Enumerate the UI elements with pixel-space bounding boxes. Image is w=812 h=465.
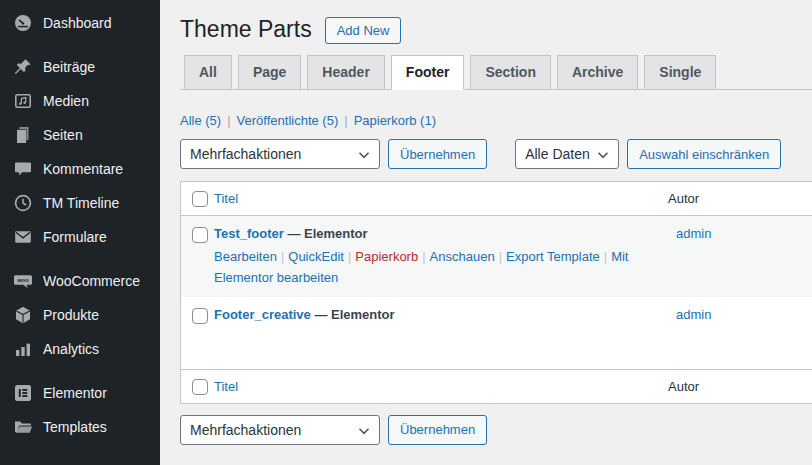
select-all-checkbox[interactable] bbox=[192, 379, 208, 395]
date-filter-select[interactable]: Alle Daten bbox=[515, 139, 619, 169]
filter-link-ver-ffentlichte[interactable]: Veröffentlichte (5) bbox=[237, 113, 339, 128]
sort-title-link[interactable]: Titel bbox=[214, 379, 238, 394]
sidebar-item-label: Seiten bbox=[43, 125, 83, 145]
sidebar-menu: DashboardBeiträgeMedienSeitenKommentareT… bbox=[0, 6, 160, 444]
tab-page[interactable]: Page bbox=[238, 55, 301, 90]
sidebar-item-elementor[interactable]: Elementor bbox=[0, 376, 160, 410]
row-actions: Bearbeiten|QuickEdit|Papierkorb|Anschaue… bbox=[214, 246, 660, 289]
tab-section[interactable]: Section bbox=[470, 55, 551, 90]
admin-sidebar: DashboardBeiträgeMedienSeitenKommentareT… bbox=[0, 0, 160, 465]
row-action-export-template[interactable]: Export Template bbox=[506, 249, 600, 264]
sidebar-item-label: Dashboard bbox=[43, 13, 112, 33]
row-title-link[interactable]: Test_footer bbox=[214, 226, 284, 241]
select-all-checkbox[interactable] bbox=[192, 191, 208, 207]
separator: | bbox=[281, 249, 284, 264]
date-filter-value: Alle Daten bbox=[525, 146, 590, 162]
separator: | bbox=[499, 249, 502, 264]
sidebar-item-medien[interactable]: Medien bbox=[0, 84, 160, 118]
row-action-anschauen[interactable]: Anschauen bbox=[430, 249, 495, 264]
tab-header[interactable]: Header bbox=[307, 55, 384, 90]
sort-title-link[interactable]: Titel bbox=[214, 191, 238, 206]
row-title-link[interactable]: Footer_creative bbox=[214, 307, 311, 322]
page-title: Theme Parts bbox=[180, 15, 312, 45]
pages-icon bbox=[13, 125, 33, 145]
tab-archive[interactable]: Archive bbox=[557, 55, 638, 90]
row-type-suffix: — Elementor bbox=[284, 226, 368, 241]
row-checkbox[interactable] bbox=[192, 308, 208, 324]
bulk-actions-value: Mehrfachaktionen bbox=[190, 146, 301, 162]
templates-table: Titel Autor Test_footer — ElementorBearb… bbox=[180, 181, 812, 404]
sidebar-item-label: Formulare bbox=[43, 227, 107, 247]
comments-icon bbox=[13, 159, 33, 179]
filter-link-alle[interactable]: Alle (5) bbox=[180, 113, 221, 128]
sidebar-item-label: Medien bbox=[43, 91, 89, 111]
svg-text:woo: woo bbox=[16, 277, 29, 283]
author-column-header: Autor bbox=[668, 182, 812, 215]
main-content: Theme Parts Add New AllPageHeaderFooterS… bbox=[160, 0, 812, 465]
separator: | bbox=[348, 249, 351, 264]
filter-link-papierkorb[interactable]: Papierkorb (1) bbox=[354, 113, 436, 128]
sidebar-item-woocommerce[interactable]: wooWooCommerce bbox=[0, 264, 160, 298]
clock-icon bbox=[13, 193, 33, 213]
separator: | bbox=[422, 249, 425, 264]
menu-separator bbox=[0, 40, 160, 50]
row-action-bearbeiten[interactable]: Bearbeiten bbox=[214, 249, 277, 264]
sidebar-item-tm-timeline[interactable]: TM Timeline bbox=[0, 186, 160, 220]
toolbar-bottom: Mehrfachaktionen Übernehmen bbox=[180, 415, 812, 445]
template-type-tabs: AllPageHeaderFooterSectionArchiveSingle bbox=[180, 54, 812, 90]
bulk-actions-select[interactable]: Mehrfachaktionen bbox=[180, 139, 380, 169]
separator: | bbox=[604, 249, 607, 264]
sidebar-item-label: Kommentare bbox=[43, 159, 123, 179]
table-row: Footer_creative — Elementoradmin bbox=[181, 297, 812, 369]
menu-separator bbox=[0, 366, 160, 376]
toolbar-top: Mehrfachaktionen Übernehmen Alle Daten A… bbox=[180, 139, 812, 169]
separator: | bbox=[344, 113, 347, 128]
status-filter-links: Alle (5)|Veröffentlichte (5)|Papierkorb … bbox=[180, 113, 812, 128]
bulk-actions-value: Mehrfachaktionen bbox=[190, 422, 301, 438]
sidebar-item-templates[interactable]: Templates bbox=[0, 410, 160, 444]
row-checkbox[interactable] bbox=[192, 227, 208, 243]
sidebar-item-dashboard[interactable]: Dashboard bbox=[0, 6, 160, 40]
sidebar-item-beitr-ge[interactable]: Beiträge bbox=[0, 50, 160, 84]
sidebar-item-analytics[interactable]: Analytics bbox=[0, 332, 160, 366]
tab-single[interactable]: Single bbox=[644, 55, 716, 90]
product-icon bbox=[13, 305, 33, 325]
author-link[interactable]: admin bbox=[676, 226, 711, 241]
sidebar-item-label: Elementor bbox=[43, 383, 107, 403]
filter-button[interactable]: Auswahl einschränken bbox=[627, 139, 781, 169]
row-type-suffix: — Elementor bbox=[311, 307, 395, 322]
sidebar-item-seiten[interactable]: Seiten bbox=[0, 118, 160, 152]
separator: | bbox=[227, 113, 230, 128]
table-header-row: Titel Autor bbox=[181, 182, 812, 216]
mail-icon bbox=[13, 227, 33, 247]
apply-button[interactable]: Übernehmen bbox=[388, 139, 487, 169]
page-header: Theme Parts Add New bbox=[180, 0, 812, 46]
sidebar-item-label: Beiträge bbox=[43, 57, 95, 77]
media-icon bbox=[13, 91, 33, 111]
tab-all[interactable]: All bbox=[184, 55, 232, 90]
chevron-down-icon bbox=[355, 422, 373, 440]
sidebar-item-label: Templates bbox=[43, 417, 107, 437]
apply-button[interactable]: Übernehmen bbox=[388, 415, 487, 445]
sidebar-item-formulare[interactable]: Formulare bbox=[0, 220, 160, 254]
sidebar-item-label: Produkte bbox=[43, 305, 99, 325]
author-column-header: Autor bbox=[668, 370, 812, 403]
woocommerce-icon: woo bbox=[13, 271, 33, 291]
table-row: Test_footer — ElementorBearbeiten|QuickE… bbox=[181, 216, 812, 297]
row-action-quickedit[interactable]: QuickEdit bbox=[288, 249, 344, 264]
add-new-button[interactable]: Add New bbox=[325, 17, 402, 44]
row-action-papierkorb[interactable]: Papierkorb bbox=[355, 249, 418, 264]
elementor-icon bbox=[13, 383, 33, 403]
sidebar-item-label: TM Timeline bbox=[43, 193, 119, 213]
chevron-down-icon bbox=[355, 146, 373, 164]
author-link[interactable]: admin bbox=[676, 307, 711, 322]
sidebar-item-label: WooCommerce bbox=[43, 271, 140, 291]
tab-footer[interactable]: Footer bbox=[391, 55, 465, 90]
chevron-down-icon bbox=[594, 146, 612, 164]
templates-icon bbox=[13, 417, 33, 437]
sidebar-item-produkte[interactable]: Produkte bbox=[0, 298, 160, 332]
analytics-icon bbox=[13, 339, 33, 359]
bulk-actions-select[interactable]: Mehrfachaktionen bbox=[180, 415, 380, 445]
sidebar-item-kommentare[interactable]: Kommentare bbox=[0, 152, 160, 186]
pin-icon bbox=[13, 57, 33, 77]
